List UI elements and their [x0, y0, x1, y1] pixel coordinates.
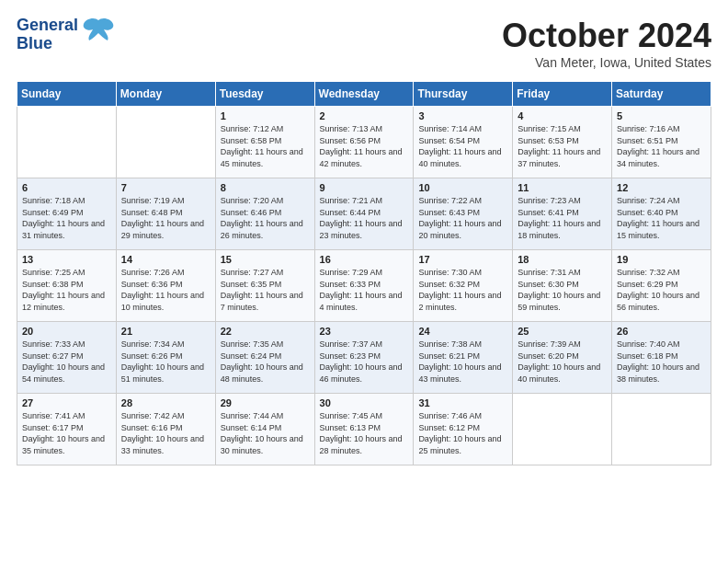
day-header-tuesday: Tuesday: [215, 82, 314, 107]
logo: General Blue: [17, 17, 115, 53]
cell-content: Sunrise: 7:21 AMSunset: 6:44 PMDaylight:…: [320, 195, 409, 241]
cell-content: Sunrise: 7:44 AMSunset: 6:14 PMDaylight:…: [221, 410, 310, 456]
cell-content: Sunrise: 7:23 AMSunset: 6:41 PMDaylight:…: [518, 195, 607, 241]
cell-content: Sunrise: 7:26 AMSunset: 6:36 PMDaylight:…: [121, 267, 210, 313]
calendar-cell: 6Sunrise: 7:18 AMSunset: 6:49 PMDaylight…: [17, 178, 117, 250]
day-number: 29: [221, 397, 310, 408]
day-number: 23: [320, 326, 409, 337]
calendar-cell: 4Sunrise: 7:15 AMSunset: 6:53 PMDaylight…: [513, 107, 612, 178]
calendar-week-row: 27Sunrise: 7:41 AMSunset: 6:17 PMDayligh…: [17, 394, 711, 465]
day-number: 24: [418, 326, 507, 337]
day-number: 7: [121, 182, 210, 193]
calendar-cell: 27Sunrise: 7:41 AMSunset: 6:17 PMDayligh…: [17, 394, 117, 465]
cell-content: Sunrise: 7:20 AMSunset: 6:46 PMDaylight:…: [221, 195, 310, 241]
calendar-cell: 8Sunrise: 7:20 AMSunset: 6:46 PMDaylight…: [215, 178, 314, 250]
calendar-cell: 23Sunrise: 7:37 AMSunset: 6:23 PMDayligh…: [314, 322, 414, 394]
logo-general: General: [17, 17, 78, 35]
day-header-wednesday: Wednesday: [314, 82, 414, 107]
day-number: 6: [22, 182, 111, 193]
calendar-cell: 3Sunrise: 7:14 AMSunset: 6:54 PMDaylight…: [414, 107, 513, 178]
logo-blue: Blue: [17, 35, 78, 53]
day-number: 12: [617, 182, 706, 193]
cell-content: Sunrise: 7:13 AMSunset: 6:56 PMDaylight:…: [320, 123, 409, 169]
day-number: 17: [418, 254, 507, 265]
day-header-saturday: Saturday: [612, 82, 711, 107]
cell-content: Sunrise: 7:42 AMSunset: 6:16 PMDaylight:…: [121, 410, 210, 456]
calendar-cell: 13Sunrise: 7:25 AMSunset: 6:38 PMDayligh…: [17, 250, 117, 322]
calendar-page: General Blue October 2024 Van Meter, Iow…: [0, 0, 728, 563]
day-number: 3: [418, 110, 507, 121]
logo-bird-icon: [82, 15, 115, 52]
cell-content: Sunrise: 7:41 AMSunset: 6:17 PMDaylight:…: [22, 410, 111, 456]
cell-content: Sunrise: 7:45 AMSunset: 6:13 PMDaylight:…: [320, 410, 409, 456]
calendar-cell: 26Sunrise: 7:40 AMSunset: 6:18 PMDayligh…: [612, 322, 711, 394]
calendar-cell: 24Sunrise: 7:38 AMSunset: 6:21 PMDayligh…: [414, 322, 513, 394]
month-title: October 2024: [502, 17, 711, 55]
day-number: 15: [221, 254, 310, 265]
day-number: 28: [121, 397, 210, 408]
cell-content: Sunrise: 7:40 AMSunset: 6:18 PMDaylight:…: [617, 339, 706, 385]
calendar-cell: 20Sunrise: 7:33 AMSunset: 6:27 PMDayligh…: [17, 322, 117, 394]
calendar-cell: 17Sunrise: 7:30 AMSunset: 6:32 PMDayligh…: [414, 250, 513, 322]
calendar-cell: [17, 107, 117, 178]
calendar-cell: 14Sunrise: 7:26 AMSunset: 6:36 PMDayligh…: [116, 250, 215, 322]
day-number: 1: [221, 110, 310, 121]
cell-content: Sunrise: 7:18 AMSunset: 6:49 PMDaylight:…: [22, 195, 111, 241]
cell-content: Sunrise: 7:24 AMSunset: 6:40 PMDaylight:…: [617, 195, 706, 241]
calendar-cell: 31Sunrise: 7:46 AMSunset: 6:12 PMDayligh…: [414, 394, 513, 465]
day-number: 26: [617, 326, 706, 337]
cell-content: Sunrise: 7:15 AMSunset: 6:53 PMDaylight:…: [518, 123, 607, 169]
calendar-header-row: SundayMondayTuesdayWednesdayThursdayFrid…: [17, 82, 711, 107]
calendar-table: SundayMondayTuesdayWednesdayThursdayFrid…: [17, 81, 711, 465]
calendar-cell: 10Sunrise: 7:22 AMSunset: 6:43 PMDayligh…: [414, 178, 513, 250]
calendar-cell: 28Sunrise: 7:42 AMSunset: 6:16 PMDayligh…: [116, 394, 215, 465]
calendar-cell: 22Sunrise: 7:35 AMSunset: 6:24 PMDayligh…: [215, 322, 314, 394]
day-number: 13: [22, 254, 111, 265]
day-number: 9: [320, 182, 409, 193]
calendar-cell: 19Sunrise: 7:32 AMSunset: 6:29 PMDayligh…: [612, 250, 711, 322]
day-number: 8: [221, 182, 310, 193]
cell-content: Sunrise: 7:46 AMSunset: 6:12 PMDaylight:…: [418, 410, 507, 456]
calendar-cell: 29Sunrise: 7:44 AMSunset: 6:14 PMDayligh…: [215, 394, 314, 465]
day-number: 11: [518, 182, 607, 193]
calendar-cell: 11Sunrise: 7:23 AMSunset: 6:41 PMDayligh…: [513, 178, 612, 250]
cell-content: Sunrise: 7:38 AMSunset: 6:21 PMDaylight:…: [418, 339, 507, 385]
calendar-cell: 2Sunrise: 7:13 AMSunset: 6:56 PMDaylight…: [314, 107, 414, 178]
calendar-cell: 21Sunrise: 7:34 AMSunset: 6:26 PMDayligh…: [116, 322, 215, 394]
calendar-cell: [513, 394, 612, 465]
cell-content: Sunrise: 7:30 AMSunset: 6:32 PMDaylight:…: [418, 267, 507, 313]
calendar-week-row: 6Sunrise: 7:18 AMSunset: 6:49 PMDaylight…: [17, 178, 711, 250]
cell-content: Sunrise: 7:34 AMSunset: 6:26 PMDaylight:…: [121, 339, 210, 385]
day-number: 30: [320, 397, 409, 408]
cell-content: Sunrise: 7:32 AMSunset: 6:29 PMDaylight:…: [617, 267, 706, 313]
day-number: 16: [320, 254, 409, 265]
calendar-week-row: 20Sunrise: 7:33 AMSunset: 6:27 PMDayligh…: [17, 322, 711, 394]
cell-content: Sunrise: 7:31 AMSunset: 6:30 PMDaylight:…: [518, 267, 607, 313]
calendar-cell: 9Sunrise: 7:21 AMSunset: 6:44 PMDaylight…: [314, 178, 414, 250]
cell-content: Sunrise: 7:35 AMSunset: 6:24 PMDaylight:…: [221, 339, 310, 385]
cell-content: Sunrise: 7:39 AMSunset: 6:20 PMDaylight:…: [518, 339, 607, 385]
day-header-sunday: Sunday: [17, 82, 117, 107]
header: General Blue October 2024 Van Meter, Iow…: [17, 17, 711, 70]
calendar-cell: 5Sunrise: 7:16 AMSunset: 6:51 PMDaylight…: [612, 107, 711, 178]
day-number: 25: [518, 326, 607, 337]
calendar-cell: 25Sunrise: 7:39 AMSunset: 6:20 PMDayligh…: [513, 322, 612, 394]
cell-content: Sunrise: 7:22 AMSunset: 6:43 PMDaylight:…: [418, 195, 507, 241]
day-number: 5: [617, 110, 706, 121]
day-number: 10: [418, 182, 507, 193]
cell-content: Sunrise: 7:12 AMSunset: 6:58 PMDaylight:…: [221, 123, 310, 169]
cell-content: Sunrise: 7:19 AMSunset: 6:48 PMDaylight:…: [121, 195, 210, 241]
calendar-week-row: 13Sunrise: 7:25 AMSunset: 6:38 PMDayligh…: [17, 250, 711, 322]
day-number: 18: [518, 254, 607, 265]
calendar-cell: 1Sunrise: 7:12 AMSunset: 6:58 PMDaylight…: [215, 107, 314, 178]
cell-content: Sunrise: 7:29 AMSunset: 6:33 PMDaylight:…: [320, 267, 409, 313]
calendar-cell: 30Sunrise: 7:45 AMSunset: 6:13 PMDayligh…: [314, 394, 414, 465]
day-number: 27: [22, 397, 111, 408]
day-number: 22: [221, 326, 310, 337]
day-number: 2: [320, 110, 409, 121]
day-number: 20: [22, 326, 111, 337]
day-header-monday: Monday: [116, 82, 215, 107]
calendar-cell: 16Sunrise: 7:29 AMSunset: 6:33 PMDayligh…: [314, 250, 414, 322]
cell-content: Sunrise: 7:33 AMSunset: 6:27 PMDaylight:…: [22, 339, 111, 385]
day-number: 21: [121, 326, 210, 337]
